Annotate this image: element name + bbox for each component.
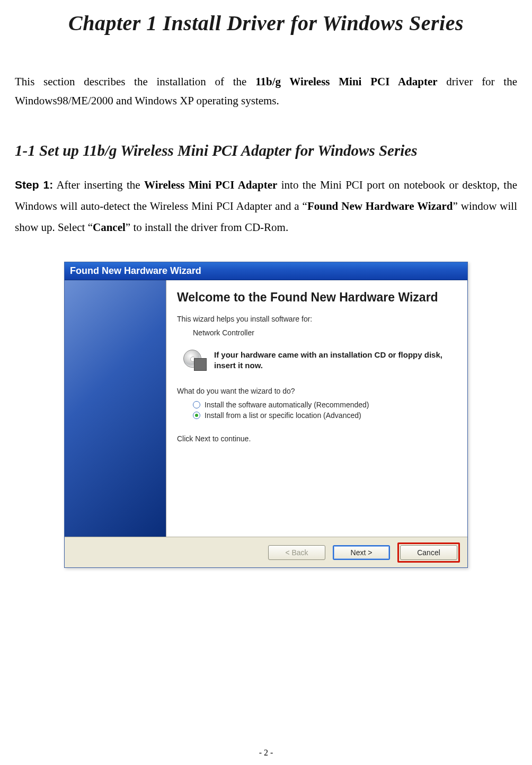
radio-icon: [193, 401, 200, 408]
wizard-helps-text: This wizard helps you install software f…: [177, 315, 456, 323]
page-number: - 2 -: [0, 748, 532, 758]
step-1-label: Step 1:: [15, 179, 53, 191]
back-button: < Back: [268, 545, 325, 560]
step-1-t4: ” to install the driver from CD-Rom.: [126, 221, 288, 234]
step-1-b3: Cancel: [93, 221, 126, 234]
next-button[interactable]: Next >: [333, 545, 390, 560]
wizard-device-name: Network Controller: [193, 328, 456, 337]
step-1-b2: Found New Hardware Wizard: [307, 200, 453, 212]
cd-floppy-icon: [183, 350, 207, 371]
cancel-button[interactable]: Cancel: [400, 545, 457, 560]
step-1-b1: Wireless Mini PCI Adapter: [144, 179, 277, 191]
chapter-title: Chapter 1 Install Driver for Windows Ser…: [15, 11, 517, 35]
wizard-button-bar: < Back Next > Cancel: [65, 537, 467, 567]
section-title: 1-1 Set up 11b/g Wireless Mini PCI Adapt…: [15, 142, 517, 159]
window-titlebar[interactable]: Found New Hardware Wizard: [65, 262, 467, 280]
step-1-t1: After inserting the: [53, 179, 144, 191]
intro-paragraph: This section describes the installation …: [15, 73, 517, 110]
cancel-highlight-box: Cancel: [397, 542, 460, 563]
wizard-prompt: What do you want the wizard to do?: [177, 387, 456, 395]
radio-label-advanced: Install from a list or specific location…: [205, 411, 361, 420]
wizard-continue-text: Click Next to continue.: [177, 434, 456, 443]
intro-bold: 11b/g Wireless Mini PCI Adapter: [255, 75, 437, 88]
wizard-sidebar-graphic: [65, 280, 166, 537]
step-1: Step 1: After inserting the Wireless Min…: [15, 174, 517, 238]
radio-label-automatic: Install the software automatically (Reco…: [205, 401, 369, 409]
found-new-hardware-wizard-window: Found New Hardware Wizard Welcome to the…: [64, 262, 468, 568]
wizard-heading: Welcome to the Found New Hardware Wizard: [177, 290, 456, 305]
radio-icon: [193, 412, 200, 419]
radio-option-automatic[interactable]: Install the software automatically (Reco…: [193, 401, 456, 409]
intro-pre: This section describes the installation …: [15, 75, 255, 88]
radio-option-advanced[interactable]: Install from a list or specific location…: [193, 411, 456, 420]
wizard-cd-instruction: If your hardware came with an installati…: [214, 350, 456, 371]
window-title: Found New Hardware Wizard: [70, 265, 201, 277]
